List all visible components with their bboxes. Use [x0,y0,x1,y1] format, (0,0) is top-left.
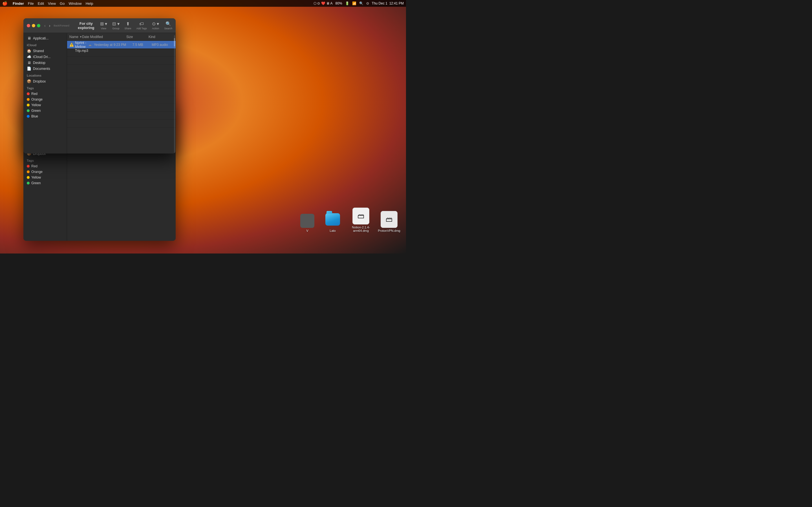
tag-orange-label-2: Orange [31,170,43,174]
apple-menu[interactable]: 🍎 [2,1,8,6]
search-icon[interactable]: 🔍 [359,1,363,5]
nav-buttons: ‹ › [43,23,51,29]
file-kind-mp3: MP3 audio [152,43,173,47]
sidebar-item-documents[interactable]: 📄 Documents [23,66,67,71]
main-content: Name ▼ Date Modified Size Kind ⚠️ Nbdy N… [67,33,175,154]
close-button[interactable] [27,24,30,27]
file-size-mp3: 7.5 MB [133,43,152,47]
file-row-mp3[interactable]: ⚠️ Nbdy Nprtnt - Mellow Trip.mp3 ☁ Yeste… [67,41,175,49]
sidebar-tag-yellow-2[interactable]: Yellow [23,175,67,180]
v-icon-img [300,214,314,228]
back-button[interactable]: ‹ [43,23,47,29]
sidebar-tag-green-2[interactable]: Green [23,180,67,186]
desktop-icon-lato[interactable]: Lato [321,211,344,232]
fullscreen-button[interactable] [37,24,40,27]
sidebar-item-icloud-drive[interactable]: ☁️ iCloud Dri... [23,54,67,60]
search-label: Search [164,27,172,30]
sidebar-tag-red[interactable]: Red [23,91,67,97]
sidebar-tag-green[interactable]: Green [23,108,67,114]
finder-body: 🖥 Applicati... iCloud 🏠 Shared ☁️ iCloud… [23,33,175,154]
sidebar-applications[interactable]: 🖥 Applicati... [23,35,67,41]
battery-status: 80% [336,1,342,5]
group-button[interactable]: ⊟ ▾ Group [112,21,119,30]
blue-tag-dot [27,115,30,118]
desktop-icon-v[interactable]: V [299,214,316,232]
protonvpn-icon-glyph: 🗃 [386,216,393,223]
sidebar-item-shared[interactable]: 🏠 Shared [23,48,67,54]
red-dot-2 [27,165,30,168]
sidebar-tag-blue[interactable]: Blue [23,114,67,119]
sidebar-icloud-drive-label: iCloud Dri... [33,55,51,59]
empty-row-6 [67,88,175,96]
file-date-mp3: Yesterday at 9:23 PM [94,43,133,47]
column-kind-header[interactable]: Kind [149,35,173,39]
battery-icon: 🔋 [345,1,349,5]
sidebar: 🖥 Applicati... iCloud 🏠 Shared ☁️ iCloud… [23,33,67,154]
locations-section-label: Locations [23,71,67,78]
tag-red-label-2: Red [31,164,38,168]
sidebar-tag-red-2[interactable]: Red [23,163,67,169]
share-button[interactable]: ⬆ Share [124,21,132,30]
app-name[interactable]: Finder [13,1,24,6]
sidebar-shared-label: Shared [33,49,44,53]
applications-icon: 🖥 [27,36,31,40]
sidebar-item-dropbox[interactable]: 📦 Dropbox [23,78,67,84]
minimize-button[interactable] [32,24,35,27]
tag-green-text: Green [31,109,41,113]
sidebar-item-desktop[interactable]: 🖥 Desktop [23,60,67,66]
column-size-header[interactable]: Size [126,35,149,39]
empty-row-8 [67,104,175,112]
empty-row-5 [67,80,175,88]
toolbar-actions: ⊞ ▾ View ⊟ ▾ Group ⬆ Share 🏷 Add Tags ⊙ … [100,21,172,30]
view-button[interactable]: ⊞ ▾ View [100,21,107,30]
add-tags-button[interactable]: 🏷 Add Tags [137,21,147,30]
action-button[interactable]: ⊙ ▾ Action [152,21,159,30]
traffic-lights [27,24,40,27]
cloud-icon: ☁ [88,43,92,47]
desktop-icon-protonvpn[interactable]: 🗃 ProtonVPN.dmg [378,211,400,232]
sidebar-tag-yellow[interactable]: Yellow [23,102,67,108]
column-name-header[interactable]: Name ▼ [69,35,82,39]
green-tag-dot [27,109,30,112]
desktop-icon-row-1: V Lato 🗃 Notion-2.1.4-arm64.dmg 🗃 Proton… [299,208,400,232]
menubar-right: ⬡ ⊙ ❤️ 🖥 A 80% 🔋 📶 🔍 ⊙ Thu Dec 1 12:41 P… [313,1,404,5]
tag-green-label-2: Green [31,181,41,185]
finder-window: ‹ › Back/Forward For city exploring ⊞ ▾ … [23,18,175,154]
v-icon-label: V [306,229,308,232]
desktop-icons-area: V Lato 🗃 Notion-2.1.4-arm64.dmg 🗃 Proton… [299,208,400,237]
menubar: 🍎 Finder File Edit View Go Window Help ⬡… [0,0,406,7]
yellow-dot-2 [27,176,30,179]
sort-icon: ▼ [80,36,82,38]
sidebar-tags-label-2: Tags [23,157,67,163]
menu-help[interactable]: Help [86,1,93,6]
sidebar-tag-orange[interactable]: Orange [23,97,67,102]
sidebar-tag-orange-2[interactable]: Orange [23,169,67,175]
empty-row-3 [67,64,175,72]
forward-button[interactable]: › [48,23,52,29]
desktop-icon-notion[interactable]: 🗃 Notion-2.1.4-arm64.dmg [350,208,372,232]
icloud-section-label: iCloud [23,41,67,48]
dropbox-sidebar-icon: 📦 [27,79,31,83]
shared-icon: 🏠 [27,49,31,53]
yellow-tag-dot [27,104,30,107]
empty-row-9 [67,112,175,120]
search-button[interactable]: 🔍 Search [164,21,172,30]
wifi-icon: 📶 [352,1,356,5]
menu-file[interactable]: File [28,1,34,6]
menu-edit[interactable]: Edit [38,1,44,6]
column-headers: Name ▼ Date Modified Size Kind [67,33,175,41]
sidebar-dropbox-label: Dropbox [33,79,46,83]
menu-window[interactable]: Window [68,1,82,6]
column-date-header[interactable]: Date Modified [82,35,126,39]
menu-go[interactable]: Go [60,1,64,6]
menu-view[interactable]: View [48,1,56,6]
orange-dot-2 [27,170,30,173]
tag-yellow-text: Yellow [31,103,41,107]
back-forward-label: Back/Forward [54,24,69,27]
control-center-icon[interactable]: ⊙ [366,1,369,5]
tag-orange-text: Orange [31,98,43,101]
icloud-drive-icon: ☁️ [27,55,31,59]
menubar-datetime: Thu Dec 1 12:41 PM [372,1,404,5]
share-label: Share [124,27,132,30]
share-icon: ⬆ [126,21,130,26]
